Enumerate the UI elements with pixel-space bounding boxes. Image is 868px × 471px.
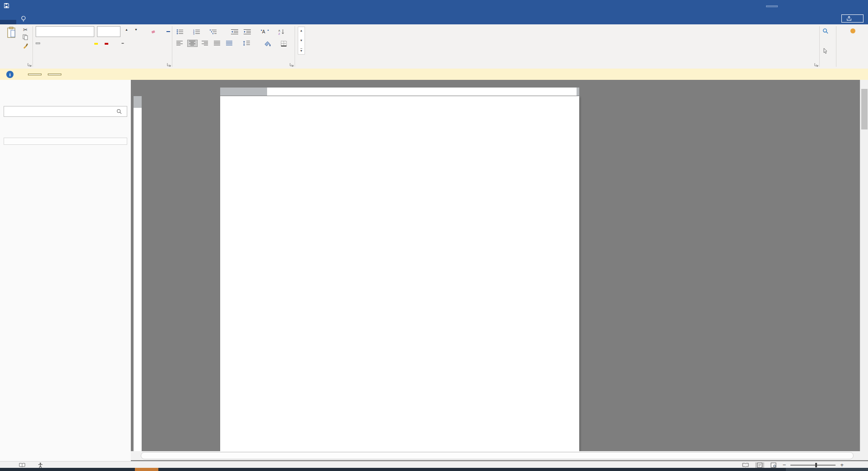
enclose-characters-button[interactable] [121, 43, 124, 44]
taskbar-strip [0, 468, 868, 471]
copy-button[interactable] [22, 34, 31, 42]
format-painter-button[interactable] [22, 43, 31, 50]
styles-group: ▴▾▾ [295, 24, 819, 69]
cut-button[interactable]: ✂ [22, 27, 31, 33]
distribute-button[interactable] [225, 40, 234, 46]
status-bar: − + [0, 461, 868, 468]
grow-font-button[interactable]: ▲ [123, 28, 130, 36]
align-left-button[interactable] [175, 40, 185, 46]
share-icon [846, 16, 852, 21]
addins-button[interactable] [839, 26, 866, 36]
tell-me-search[interactable] [16, 14, 33, 24]
bold-button[interactable] [36, 42, 40, 44]
superscript-button[interactable] [72, 43, 76, 44]
window-controls [766, 0, 868, 13]
dialog-launcher-icon[interactable] [290, 62, 294, 68]
document-page[interactable] [220, 96, 579, 451]
borders-button[interactable] [279, 40, 289, 47]
vertical-scrollbar-thumb[interactable] [861, 89, 868, 129]
horizontal-scrollbar-thumb[interactable] [141, 452, 854, 459]
multilevel-list-button[interactable] [208, 28, 218, 35]
bullets-button[interactable] [175, 28, 185, 35]
font-name-select[interactable] [36, 26, 94, 37]
dialog-launcher-icon[interactable] [28, 62, 32, 68]
styles-group-label [298, 61, 817, 69]
proofing-icon[interactable] [19, 462, 25, 467]
word-window: ✂ ▲ ▼ [0, 0, 868, 471]
license-notice-bar: i [0, 69, 868, 80]
share-button[interactable] [841, 14, 863, 23]
horizontal-scrollbar[interactable] [131, 451, 868, 460]
taskbar-segment [786, 468, 868, 471]
line-spacing-button[interactable] [241, 40, 251, 46]
highlight-button[interactable] [94, 42, 98, 45]
zoom-out-icon[interactable]: − [783, 462, 786, 468]
dialog-launcher-icon[interactable] [814, 62, 818, 68]
clipboard-icon [6, 27, 16, 38]
align-center-button[interactable] [187, 40, 198, 47]
italic-button[interactable] [43, 43, 46, 44]
web-layout-button[interactable] [769, 462, 778, 468]
replace-button[interactable] [822, 36, 834, 46]
svg-text:A: A [262, 29, 265, 34]
align-right-button[interactable] [200, 40, 210, 46]
paste-button[interactable] [3, 26, 20, 41]
search-icon[interactable] [116, 109, 122, 114]
zoom-slider-thumb[interactable] [815, 463, 817, 467]
asian-layout-button[interactable]: A [259, 28, 270, 35]
find-button[interactable] [822, 26, 834, 36]
styles-gallery-scroll[interactable]: ▴▾▾ [298, 27, 305, 55]
scroll-down-icon[interactable]: ▾ [300, 38, 302, 42]
underline-button[interactable] [49, 43, 53, 44]
accessibility-icon[interactable] [38, 462, 43, 468]
print-layout-button[interactable] [755, 462, 764, 468]
paragraph-group-label [175, 61, 293, 69]
nav-search-box[interactable] [4, 106, 127, 117]
vertical-ruler[interactable] [134, 96, 142, 451]
zoom-slider[interactable] [790, 465, 836, 466]
scissors-icon: ✂ [22, 27, 29, 33]
numbering-button[interactable]: 123 [192, 28, 202, 35]
paintbrush-icon [22, 43, 29, 50]
decrease-indent-button[interactable] [230, 28, 240, 35]
document-area [131, 80, 868, 461]
editing-group [820, 24, 836, 69]
zoom-in-icon[interactable]: + [840, 462, 844, 468]
cursor-icon [822, 48, 828, 54]
show-hide-marks-button[interactable] [289, 31, 291, 32]
font-color-button[interactable] [105, 42, 108, 45]
increase-indent-button[interactable] [242, 28, 252, 35]
ribbon: ✂ ▲ ▼ [0, 24, 868, 69]
gallery-more-icon[interactable]: ▾ [300, 48, 302, 53]
shrink-font-button[interactable]: ▼ [133, 28, 139, 36]
editing-group-label [822, 61, 834, 69]
font-size-select[interactable] [97, 26, 120, 37]
horizontal-ruler[interactable] [220, 88, 579, 96]
get-genuine-office-button[interactable] [28, 74, 42, 75]
dialog-launcher-icon[interactable] [167, 62, 171, 68]
replace-icon [822, 39, 829, 42]
strikethrough-button[interactable] [60, 43, 63, 44]
sign-in-button[interactable] [766, 5, 778, 7]
justify-button[interactable] [212, 40, 222, 46]
scroll-up-icon[interactable]: ▴ [300, 28, 302, 32]
select-button[interactable] [822, 46, 834, 55]
clipboard-group: ✂ [0, 24, 32, 69]
text-effects-button[interactable] [84, 43, 88, 44]
learn-more-button[interactable] [48, 74, 61, 75]
nav-scroll-up-button[interactable] [4, 138, 127, 145]
sort-button[interactable]: AZ [277, 28, 286, 35]
search-icon [822, 28, 828, 34]
search-input[interactable] [4, 108, 116, 115]
tab-file[interactable] [0, 20, 16, 24]
phonetic-guide-button[interactable] [160, 31, 164, 32]
character-border-button[interactable] [166, 31, 170, 32]
change-case-button[interactable] [142, 28, 147, 36]
shading-button[interactable] [263, 40, 272, 47]
vertical-scrollbar[interactable] [860, 80, 868, 451]
read-mode-button[interactable] [740, 462, 751, 467]
clear-formatting-button[interactable] [150, 28, 157, 36]
copy-icon [22, 34, 29, 42]
sort-a: A [278, 29, 280, 32]
subscript-button[interactable] [66, 43, 69, 44]
